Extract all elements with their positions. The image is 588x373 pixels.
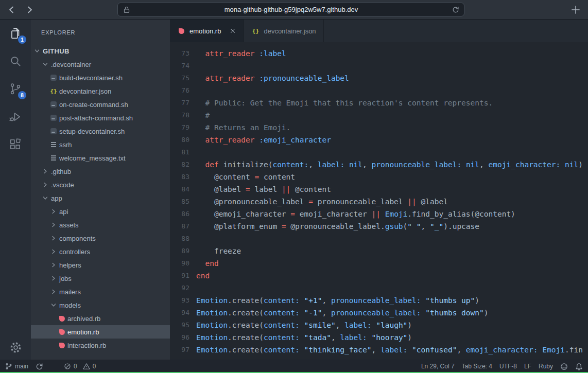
tab-emotion-rb[interactable]: emotion.rb	[170, 20, 244, 42]
forward-button[interactable]	[24, 4, 35, 15]
line-number: 92	[170, 282, 189, 294]
branch-icon	[5, 363, 12, 370]
tree-item-controllers[interactable]: controllers	[31, 245, 170, 258]
line-number: 77	[170, 97, 189, 109]
code-line-96[interactable]: 96Emotion.create(content: "tada", label:…	[170, 331, 588, 344]
language-mode[interactable]: Ruby	[539, 363, 553, 370]
text-file-icon	[49, 154, 58, 162]
chevron-down-icon	[49, 301, 58, 309]
tree-item-build-devcontainer-sh[interactable]: build-devcontainer.sh	[31, 71, 170, 84]
tree-item-devcontainer[interactable]: .devcontainer	[31, 58, 170, 71]
code-line-78[interactable]: 78 #	[170, 109, 588, 121]
new-tab-button[interactable]	[570, 4, 581, 15]
line-number: 93	[170, 294, 189, 307]
line-number: 96	[170, 331, 189, 344]
code-line-73[interactable]: 73 attr_reader :label	[170, 47, 588, 60]
code-line-86[interactable]: 86 @emoji_character = emoji_character ||…	[170, 208, 588, 220]
status-left: main 0 0	[5, 363, 96, 370]
cursor-position[interactable]: Ln 29, Col 7	[421, 363, 455, 370]
feedback-button[interactable]	[560, 363, 568, 370]
status-right: Ln 29, Col 7 Tab Size: 4 UTF-8 LF Ruby	[421, 363, 583, 370]
tree-item-archived-rb[interactable]: archived.rb	[31, 312, 170, 325]
code-line-89[interactable]: 89 freeze	[170, 245, 588, 257]
code-line-83[interactable]: 83 @content = content	[170, 171, 588, 183]
sync-button[interactable]	[36, 363, 43, 370]
line-number: 78	[170, 109, 189, 121]
close-tab-icon[interactable]	[229, 27, 236, 34]
line-number: 83	[170, 171, 189, 183]
tree-item-github[interactable]: .github	[31, 165, 170, 178]
code-line-85[interactable]: 85 @pronounceable_label = pronounceable_…	[170, 196, 588, 208]
encoding[interactable]: UTF-8	[499, 363, 517, 370]
tree-item-vscode[interactable]: .vscode	[31, 178, 170, 191]
back-button[interactable]	[6, 4, 18, 15]
tree-item-components[interactable]: components	[31, 232, 170, 245]
code-line-90[interactable]: 90 end	[170, 257, 588, 270]
code-line-82[interactable]: 82 def initialize(content:, label: nil, …	[170, 158, 588, 171]
tree-item-ssrh[interactable]: ssrh	[31, 138, 170, 151]
tree-item-github[interactable]: GITHUB	[31, 44, 170, 58]
problems-indicator[interactable]: 0 0	[64, 363, 96, 370]
tree-item-post-attach-command-sh[interactable]: post-attach-command.sh	[31, 111, 170, 125]
tree-item-interaction-rb[interactable]: interaction.rb	[31, 339, 170, 352]
code-line-79[interactable]: 79 # Returns an Emoji.	[170, 121, 588, 134]
tab-devcontainer-json[interactable]: devcontainer.json	[244, 20, 323, 42]
code-line-77[interactable]: 77 # Public: Get the Emoji that this rea…	[170, 97, 588, 109]
tree-item-app[interactable]: app	[31, 191, 170, 205]
line-number: 84	[170, 183, 189, 196]
tree-item-assets[interactable]: assets	[31, 218, 170, 232]
notifications-button[interactable]	[575, 363, 583, 370]
code-line-74[interactable]: 74	[170, 60, 588, 72]
code-line-94[interactable]: 94Emotion.create(content: "-1", pronounc…	[170, 307, 588, 319]
tree-item-label: welcome_message.txt	[59, 154, 126, 162]
tab-size[interactable]: Tab Size: 4	[462, 363, 492, 370]
line-number: 75	[170, 72, 189, 84]
chevron-down-icon	[41, 60, 49, 68]
text-file-icon	[49, 140, 58, 149]
debug-icon	[9, 110, 22, 123]
tree-item-api[interactable]: api	[31, 205, 170, 218]
tree-item-mailers[interactable]: mailers	[31, 285, 170, 298]
warnings-icon	[83, 363, 90, 370]
activity-extensions[interactable]	[0, 131, 31, 158]
code-text: def initialize(content:, label: nil, pro…	[196, 158, 583, 171]
tree-item-label: .devcontainer	[51, 61, 91, 68]
address-bar[interactable]: mona-github-github-g59jpq2w5w7.github.de…	[117, 3, 464, 16]
tree-item-label: post-attach-command.sh	[59, 114, 133, 122]
activity-source-control[interactable]: 8	[0, 75, 31, 103]
activity-run-debug[interactable]	[0, 103, 31, 131]
code-line-93[interactable]: 93Emotion.create(content: "+1", pronounc…	[170, 294, 588, 307]
code-line-92[interactable]: 92	[170, 282, 588, 294]
tree-item-devcontainer-json[interactable]: devcontainer.json	[31, 84, 170, 98]
line-number: 79	[170, 121, 189, 134]
code-line-88[interactable]: 88	[170, 233, 588, 245]
code-line-87[interactable]: 87 @platform_enum = @pronounceable_label…	[170, 220, 588, 233]
code-line-84[interactable]: 84 @label = label || @content	[170, 183, 588, 196]
code-line-97[interactable]: 97Emotion.create(content: "thinking_face…	[170, 344, 588, 356]
code-line-76[interactable]: 76	[170, 84, 588, 97]
code-text: #	[196, 109, 210, 121]
branch-indicator[interactable]: main	[5, 363, 28, 370]
tree-item-welcome-message-txt[interactable]: welcome_message.txt	[31, 151, 170, 165]
code-text: end	[196, 270, 210, 282]
tree-item-on-create-command-sh[interactable]: on-create-command.sh	[31, 98, 170, 111]
shell-file-icon	[49, 127, 58, 135]
activity-explorer[interactable]: 1	[0, 20, 31, 47]
tree-item-models[interactable]: models	[31, 298, 170, 312]
code-line-80[interactable]: 80 attr_reader :emoji_character	[170, 134, 588, 146]
eol-type[interactable]: LF	[524, 363, 531, 370]
tree-item-emotion-rb[interactable]: emotion.rb	[31, 325, 170, 339]
tree-item-jobs[interactable]: jobs	[31, 272, 170, 285]
code-line-81[interactable]: 81	[170, 146, 588, 158]
code-text: # Returns an Emoji.	[196, 121, 290, 134]
code-line-75[interactable]: 75 attr_reader :pronounceable_label	[170, 72, 588, 84]
code-line-95[interactable]: 95Emotion.create(content: "smile", label…	[170, 319, 588, 331]
code-editor[interactable]: 73 attr_reader :label7475 attr_reader :p…	[170, 42, 588, 360]
settings-button[interactable]	[0, 341, 31, 354]
bell-icon	[575, 363, 583, 370]
tree-item-helpers[interactable]: helpers	[31, 258, 170, 272]
code-line-91[interactable]: 91end	[170, 270, 588, 282]
activity-search[interactable]	[0, 47, 31, 75]
refresh-icon[interactable]	[452, 6, 460, 14]
tree-item-setup-devcontainer-sh[interactable]: setup-devcontainer.sh	[31, 125, 170, 138]
